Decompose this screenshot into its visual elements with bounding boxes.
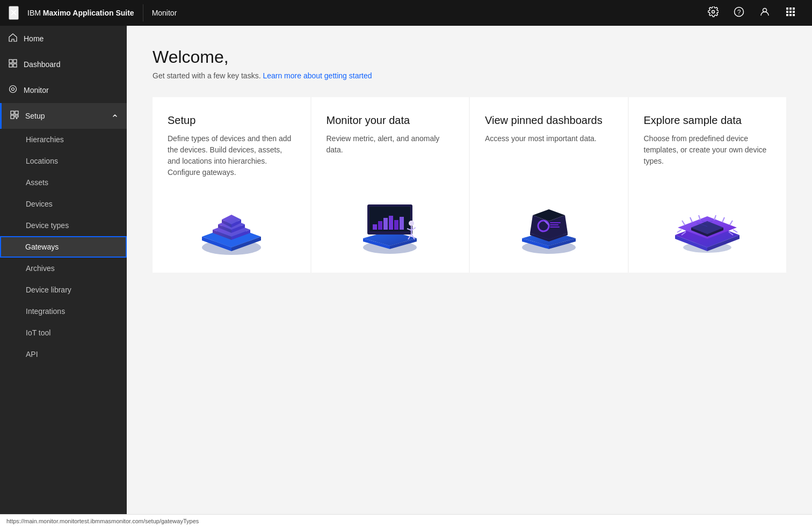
svg-rect-3: [786, 8, 788, 10]
sidebar-subitem-integrations[interactable]: Integrations: [0, 301, 127, 322]
sidebar-subitem-gateways-label: Gateways: [25, 243, 59, 251]
app-name: Monitor: [152, 9, 700, 17]
welcome-subtitle-text: Get started with a few key tasks.: [153, 71, 261, 80]
setup-card: Setup Define types of devices and then a…: [153, 97, 310, 273]
svg-rect-43: [378, 221, 382, 230]
sidebar-subitem-api[interactable]: API: [0, 343, 127, 365]
topbar: ✕ IBM Maximo Application Suite Monitor ?: [0, 0, 812, 26]
sidebar-item-dashboard-label: Dashboard: [24, 60, 118, 69]
help-icon: ?: [734, 6, 744, 20]
svg-rect-8: [793, 11, 795, 13]
explore-card: Explore sample data Choose from predefin…: [629, 97, 787, 273]
sidebar-subitem-hierarchies-label: Hierarchies: [26, 135, 64, 144]
setup-card-desc: Define types of devices and then add the…: [168, 133, 295, 178]
getting-started-link[interactable]: Learn more about getting started: [263, 71, 372, 80]
close-button[interactable]: ✕: [9, 6, 19, 20]
sidebar-item-setup[interactable]: Setup: [0, 103, 127, 129]
svg-rect-4: [789, 8, 792, 10]
sidebar-subitem-api-label: API: [26, 350, 38, 358]
sidebar-subitem-integrations-label: Integrations: [26, 307, 65, 316]
svg-rect-42: [373, 224, 377, 230]
svg-rect-12: [9, 60, 12, 63]
settings-button[interactable]: [700, 0, 726, 26]
app-logo: IBM Maximo Application Suite: [27, 9, 134, 17]
svg-rect-47: [400, 217, 404, 230]
svg-point-16: [10, 86, 17, 93]
dashboards-card-title: View pinned dashboards: [485, 114, 613, 127]
svg-line-78: [730, 221, 733, 225]
svg-rect-11: [793, 14, 795, 16]
explore-card-image: [644, 191, 772, 255]
sidebar-subitem-device-library[interactable]: Device library: [0, 279, 127, 301]
sidebar-subitem-gateways[interactable]: Gateways: [0, 236, 127, 258]
home-icon: [9, 33, 17, 44]
user-button[interactable]: [752, 0, 778, 26]
monitor-card-image: [327, 191, 454, 255]
svg-rect-14: [9, 64, 12, 67]
svg-line-81: [733, 230, 737, 232]
svg-rect-46: [394, 220, 398, 230]
setup-card-title: Setup: [168, 114, 295, 127]
svg-rect-67: [550, 226, 560, 228]
svg-rect-9: [786, 14, 788, 16]
svg-rect-21: [15, 115, 18, 117]
sidebar-subitem-device-types-label: Device types: [26, 221, 69, 230]
monitor-card-title: Monitor your data: [327, 114, 454, 127]
explore-card-title: Explore sample data: [644, 114, 772, 127]
sidebar-subitem-locations-label: Locations: [26, 157, 58, 165]
sidebar-item-dashboard[interactable]: Dashboard: [0, 52, 127, 77]
sidebar-subitem-device-types[interactable]: Device types: [0, 215, 127, 236]
sidebar-subitem-iot-tool[interactable]: IoT tool: [0, 322, 127, 343]
svg-rect-18: [11, 111, 14, 114]
svg-line-74: [690, 217, 692, 222]
svg-rect-6: [786, 11, 788, 13]
svg-line-76: [714, 215, 716, 220]
topbar-actions: ?: [700, 0, 803, 26]
welcome-title: Welcome,: [153, 47, 786, 67]
topbar-divider: [143, 4, 143, 21]
svg-rect-15: [13, 64, 17, 67]
sidebar-subitem-hierarchies[interactable]: Hierarchies: [0, 129, 127, 150]
settings-icon: [708, 6, 719, 20]
close-icon: ✕: [10, 8, 18, 18]
dashboard-icon: [9, 59, 17, 70]
sidebar-item-monitor[interactable]: Monitor: [0, 77, 127, 103]
explore-card-desc: Choose from predefined device templates,…: [644, 133, 772, 167]
svg-rect-7: [789, 11, 792, 13]
setup-chevron-icon: [112, 112, 118, 120]
monitor-card-desc: Review metric, alert, and anomaly data.: [327, 133, 454, 156]
sidebar-subitem-archives[interactable]: Archives: [0, 258, 127, 279]
svg-point-48: [409, 221, 414, 226]
svg-rect-65: [550, 222, 561, 223]
sidebar-subitem-assets-label: Assets: [26, 178, 48, 187]
sidebar-subitem-assets[interactable]: Assets: [0, 172, 127, 193]
sidebar-subitem-devices-label: Devices: [26, 200, 53, 208]
svg-rect-13: [13, 60, 17, 63]
monitor-icon: [9, 85, 17, 96]
dashboards-card-image: [485, 191, 613, 255]
svg-rect-45: [389, 216, 393, 230]
svg-line-73: [682, 221, 685, 225]
main-content: Welcome, Get started with a few key task…: [127, 26, 812, 514]
sidebar-subitem-devices[interactable]: Devices: [0, 193, 127, 215]
svg-line-79: [677, 230, 682, 232]
help-button[interactable]: ?: [726, 0, 752, 26]
user-icon: [759, 6, 770, 20]
svg-rect-19: [15, 111, 18, 114]
app-switcher-button[interactable]: [778, 0, 803, 26]
dashboards-card-desc: Access your most important data.: [485, 133, 613, 144]
sidebar-item-home[interactable]: Home: [0, 26, 127, 52]
sidebar-item-setup-label: Setup: [25, 112, 105, 120]
monitor-card: Monitor your data Review metric, alert, …: [311, 97, 469, 273]
svg-rect-5: [793, 8, 795, 10]
sidebar-subitem-locations[interactable]: Locations: [0, 150, 127, 172]
sidebar-subitem-iot-tool-label: IoT tool: [26, 328, 50, 337]
sidebar-subitem-archives-label: Archives: [26, 264, 55, 273]
welcome-subtitle: Get started with a few key tasks. Learn …: [153, 71, 786, 80]
setup-card-image: [168, 191, 295, 255]
sidebar-item-monitor-label: Monitor: [24, 86, 118, 94]
dashboards-card: View pinned dashboards Access your most …: [470, 97, 628, 273]
sidebar-subitem-device-library-label: Device library: [26, 286, 71, 294]
setup-icon: [10, 111, 19, 121]
svg-rect-66: [550, 224, 559, 225]
